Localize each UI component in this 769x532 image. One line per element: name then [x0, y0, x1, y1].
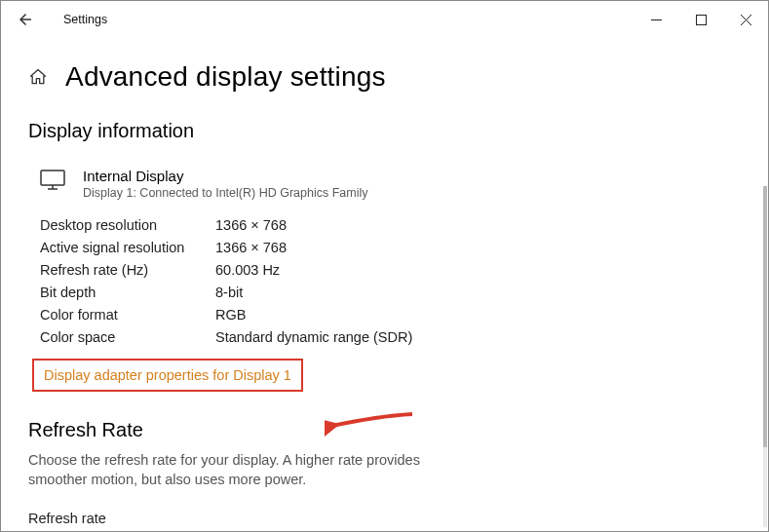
- content-area: Advanced display settings Display inform…: [1, 38, 768, 526]
- titlebar: Settings: [1, 1, 768, 38]
- desktop-resolution-label: Desktop resolution: [40, 217, 215, 233]
- display-summary: Internal Display Display 1: Connected to…: [40, 168, 741, 200]
- monitor-icon: [40, 170, 65, 195]
- page-header: Advanced display settings: [28, 61, 741, 93]
- refresh-rate-field-label: Refresh rate: [28, 511, 741, 526]
- minimize-icon: [651, 15, 662, 25]
- display-info-heading: Display information: [28, 120, 741, 142]
- refresh-rate-description: Choose the refresh rate for your display…: [28, 451, 447, 489]
- page-title: Advanced display settings: [65, 61, 386, 93]
- color-space-value: Standard dynamic range (SDR): [215, 329, 741, 345]
- bit-depth-label: Bit depth: [40, 285, 215, 300]
- display-info-grid: Desktop resolution 1366 × 768 Active sig…: [40, 217, 741, 345]
- desktop-resolution-value: 1366 × 768: [215, 217, 741, 233]
- color-format-label: Color format: [40, 307, 215, 323]
- refresh-rate-value: 60.003 Hz: [215, 262, 741, 278]
- display-adapter-properties-link[interactable]: Display adapter properties for Display 1: [44, 367, 291, 383]
- window-controls: [634, 1, 768, 38]
- color-space-label: Color space: [40, 329, 215, 345]
- back-arrow-icon: [17, 11, 34, 28]
- svg-rect-1: [696, 15, 706, 24]
- minimize-button[interactable]: [634, 1, 678, 38]
- back-button[interactable]: [11, 5, 40, 34]
- svg-rect-4: [41, 171, 64, 185]
- color-format-value: RGB: [215, 307, 741, 323]
- close-button[interactable]: [723, 1, 768, 38]
- svg-rect-0: [651, 19, 662, 20]
- close-icon: [741, 15, 751, 25]
- refresh-rate-heading: Refresh Rate: [28, 419, 741, 441]
- signal-resolution-label: Active signal resolution: [40, 240, 215, 255]
- home-icon[interactable]: [28, 67, 48, 87]
- signal-resolution-value: 1366 × 768: [215, 240, 741, 255]
- refresh-rate-label: Refresh rate (Hz): [40, 262, 215, 278]
- adapter-link-highlight: Display adapter properties for Display 1: [32, 359, 303, 392]
- maximize-icon: [696, 15, 707, 25]
- maximize-button[interactable]: [678, 1, 723, 38]
- bit-depth-value: 8-bit: [215, 285, 741, 300]
- display-name: Internal Display: [83, 168, 367, 184]
- scrollbar[interactable]: [763, 186, 767, 527]
- window-title: Settings: [63, 13, 107, 26]
- display-subtitle: Display 1: Connected to Intel(R) HD Grap…: [83, 186, 367, 200]
- scrollbar-thumb[interactable]: [763, 186, 767, 447]
